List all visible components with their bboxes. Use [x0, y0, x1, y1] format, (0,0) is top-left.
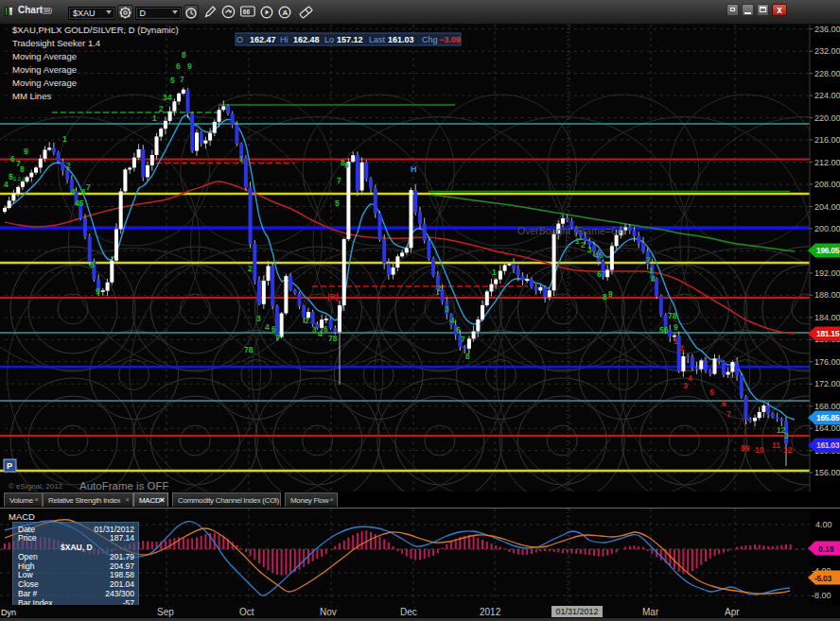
- svg-text:4.00: 4.00: [815, 520, 832, 529]
- svg-text:9: 9: [344, 161, 349, 170]
- svg-text:228.00: 228.00: [814, 69, 840, 78]
- svg-text:11: 11: [772, 440, 780, 450]
- svg-text:89: 89: [741, 443, 750, 453]
- svg-text:6: 6: [10, 154, 15, 164]
- svg-text:224.00: 224.00: [814, 91, 840, 100]
- svg-text:196.05: 196.05: [816, 246, 840, 255]
- svg-text:8: 8: [465, 352, 470, 361]
- svg-text:161.03: 161.03: [388, 35, 414, 44]
- svg-text:9: 9: [96, 286, 100, 296]
- svg-text:5: 5: [709, 388, 714, 397]
- svg-text:3: 3: [445, 304, 449, 314]
- svg-text:6: 6: [456, 325, 461, 335]
- svg-text:216.00: 216.00: [814, 135, 840, 145]
- svg-text:181.15: 181.15: [816, 329, 840, 338]
- svg-text:188.00: 188.00: [814, 290, 840, 300]
- svg-text:P: P: [7, 461, 12, 471]
- svg-text:192.00: 192.00: [814, 268, 840, 278]
- svg-text:6: 6: [324, 324, 328, 334]
- svg-text:172.00: 172.00: [814, 379, 840, 388]
- svg-text:2: 2: [66, 161, 71, 170]
- svg-text:2: 2: [159, 104, 164, 113]
- svg-text:9: 9: [24, 147, 28, 156]
- svg-text:7: 7: [276, 333, 281, 342]
- svg-text:8: 8: [182, 50, 186, 60]
- svg-text:8: 8: [90, 260, 95, 269]
- svg-text:184.00: 184.00: [814, 313, 840, 322]
- svg-text:-5.03: -5.03: [814, 574, 831, 583]
- svg-text:Lo: Lo: [324, 35, 334, 44]
- svg-text:165.85: 165.85: [816, 413, 840, 423]
- svg-text:MACD: MACD: [9, 511, 35, 522]
- svg-text:164.00: 164.00: [814, 423, 840, 433]
- svg-text:Hi: Hi: [280, 35, 289, 44]
- svg-text:-8.00: -8.00: [812, 591, 831, 600]
- svg-text:204.00: 204.00: [814, 202, 840, 212]
- svg-text:168.00: 168.00: [814, 402, 840, 411]
- svg-text:3: 3: [784, 431, 789, 440]
- svg-text:67: 67: [597, 269, 606, 279]
- svg-text:2: 2: [646, 255, 651, 265]
- svg-text:7: 7: [726, 409, 731, 419]
- svg-text:8: 8: [603, 292, 607, 302]
- svg-text:MM Lines: MM Lines: [12, 91, 51, 101]
- svg-text:45: 45: [75, 198, 84, 208]
- svg-text:7: 7: [337, 176, 341, 185]
- svg-text:5: 5: [335, 198, 340, 208]
- svg-text:AutoFrame is OFF: AutoFrame is OFF: [79, 480, 169, 492]
- svg-text:O: O: [236, 35, 243, 44]
- svg-text:OverBought (Frame=64): OverBought (Frame=64): [517, 225, 625, 236]
- svg-text:66: 66: [243, 9, 251, 15]
- svg-text:4: 4: [688, 373, 692, 383]
- svg-text:56: 56: [659, 325, 669, 335]
- svg-text:Last: Last: [369, 35, 386, 44]
- svg-text:176.00: 176.00: [814, 357, 840, 367]
- svg-text:162.48: 162.48: [293, 35, 320, 44]
- svg-text:236.00: 236.00: [814, 25, 840, 34]
- svg-text:200.00: 200.00: [814, 224, 840, 233]
- svg-text:9: 9: [187, 61, 192, 71]
- svg-text:1: 1: [152, 113, 157, 123]
- svg-text:3: 3: [651, 274, 656, 284]
- svg-text:1: 1: [575, 236, 580, 246]
- svg-text:3: 3: [312, 325, 317, 335]
- svg-text:0.18: 0.18: [818, 544, 834, 554]
- svg-text:8: 8: [20, 164, 25, 174]
- svg-text:212.00: 212.00: [814, 158, 840, 167]
- svg-text:78: 78: [244, 345, 254, 354]
- svg-text:156.00: 156.00: [814, 468, 840, 477]
- svg-text:2: 2: [679, 343, 684, 353]
- svg-text:5: 5: [9, 172, 13, 181]
- svg-text:2: 2: [581, 240, 586, 250]
- svg-text:4: 4: [450, 316, 455, 325]
- svg-text:7: 7: [180, 75, 184, 84]
- svg-text:© eSignal, 2012: © eSignal, 2012: [9, 482, 63, 491]
- svg-text:1: 1: [62, 134, 67, 144]
- svg-text:H: H: [411, 164, 417, 174]
- svg-text:3: 3: [256, 314, 261, 323]
- svg-text:208.00: 208.00: [814, 180, 840, 189]
- svg-text:9: 9: [674, 322, 678, 332]
- svg-text:232.00: 232.00: [814, 46, 840, 56]
- svg-text:2: 2: [248, 264, 253, 273]
- svg-text:157.12: 157.12: [337, 35, 363, 44]
- svg-text:9: 9: [608, 289, 613, 299]
- svg-text:2: 2: [437, 284, 442, 293]
- svg-text:10: 10: [755, 445, 764, 455]
- svg-text:78: 78: [668, 311, 677, 320]
- svg-text:Moving Average: Moving Average: [12, 78, 77, 88]
- svg-text:Tradesight Seeker 1.4: Tradesight Seeker 1.4: [12, 38, 100, 48]
- svg-text:4: 4: [318, 329, 323, 338]
- svg-text:7: 7: [461, 335, 465, 344]
- svg-text:162.47: 162.47: [250, 35, 276, 44]
- svg-text:(R): (R): [327, 292, 339, 302]
- svg-text:3: 3: [71, 187, 76, 197]
- svg-text:161.03: 161.03: [816, 440, 840, 450]
- svg-text:2: 2: [305, 316, 309, 325]
- svg-text:6: 6: [176, 61, 181, 71]
- svg-text:5: 5: [170, 76, 175, 85]
- svg-text:12: 12: [783, 445, 793, 455]
- svg-text:1: 1: [492, 267, 497, 277]
- svg-text:4: 4: [265, 322, 270, 332]
- svg-text:7: 7: [86, 182, 91, 192]
